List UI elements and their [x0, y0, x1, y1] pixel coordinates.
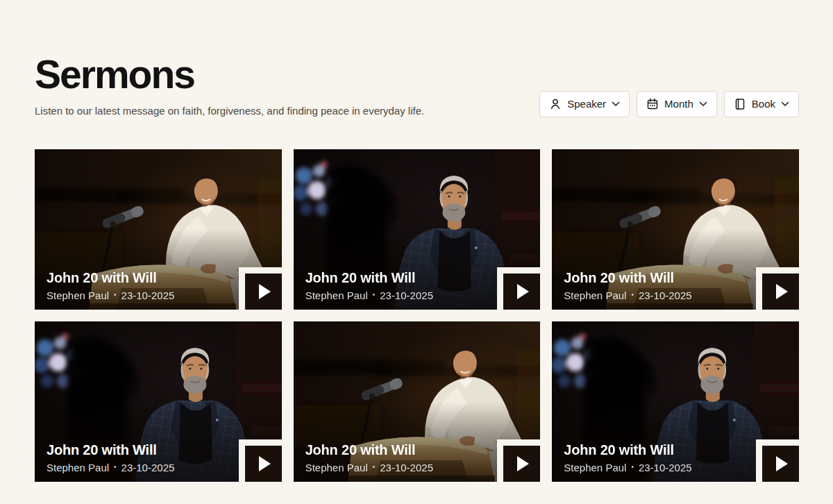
sermon-date: 23-10-2025 — [380, 289, 433, 301]
meta-separator: • — [373, 292, 376, 299]
calendar-icon — [646, 98, 659, 110]
sermon-title: John 20 with Will — [47, 442, 174, 458]
sermon-card[interactable]: John 20 with Will Stephen Paul • 23-10-2… — [552, 321, 799, 482]
sermon-title: John 20 with Will — [305, 270, 433, 286]
meta-separator: • — [631, 292, 634, 299]
sermon-speaker: Stephen Paul — [47, 462, 109, 473]
play-icon — [259, 284, 271, 299]
sermon-date: 23-10-2025 — [639, 462, 692, 473]
play-button[interactable] — [497, 267, 540, 310]
play-button[interactable] — [239, 267, 282, 310]
meta-separator: • — [631, 464, 634, 471]
sermon-card[interactable]: John 20 with Will Stephen Paul • 23-10-2… — [552, 149, 799, 310]
sermon-date: 23-10-2025 — [639, 289, 692, 301]
play-button[interactable] — [239, 439, 282, 482]
play-icon — [517, 284, 529, 299]
sermon-speaker: Stephen Paul — [305, 462, 368, 473]
sermon-grid: John 20 with Will Stephen Paul • 23-10-2… — [35, 149, 799, 482]
play-icon — [776, 284, 788, 299]
sermons-page: Sermons Listen to our latest message on … — [0, 0, 833, 504]
sermon-date: 23-10-2025 — [121, 289, 175, 301]
play-button[interactable] — [756, 439, 799, 482]
sermon-title: John 20 with Will — [47, 270, 174, 286]
sermon-card-text: John 20 with Will Stephen Paul • 23-10-2… — [305, 442, 433, 473]
play-button[interactable] — [756, 267, 799, 310]
sermon-date: 23-10-2025 — [121, 462, 175, 473]
play-button[interactable] — [497, 439, 540, 482]
sermon-date: 23-10-2025 — [380, 462, 433, 473]
sermon-card[interactable]: John 20 with Will Stephen Paul • 23-10-2… — [294, 149, 541, 310]
sermon-speaker: Stephen Paul — [564, 289, 626, 301]
filter-label: Speaker — [567, 98, 606, 110]
chevron-down-icon — [699, 101, 707, 107]
book-icon — [734, 98, 746, 110]
sermon-speaker: Stephen Paul — [305, 289, 368, 301]
chevron-down-icon — [781, 101, 789, 107]
sermon-speaker: Stephen Paul — [47, 289, 109, 301]
month-filter-button[interactable]: Month — [637, 91, 717, 117]
sermon-card[interactable]: John 20 with Will Stephen Paul • 23-10-2… — [35, 149, 282, 310]
filter-label: Book — [752, 98, 775, 110]
speaker-filter-button[interactable]: Speaker — [539, 91, 630, 117]
sermon-card-text: John 20 with Will Stephen Paul • 23-10-2… — [47, 270, 174, 301]
chevron-down-icon — [612, 101, 620, 107]
sermon-card[interactable]: John 20 with Will Stephen Paul • 23-10-2… — [294, 321, 541, 482]
sermon-card-text: John 20 with Will Stephen Paul • 23-10-2… — [564, 270, 691, 301]
sermon-card-text: John 20 with Will Stephen Paul • 23-10-2… — [564, 442, 691, 473]
user-icon — [549, 98, 562, 110]
play-icon — [776, 456, 788, 471]
meta-separator: • — [114, 464, 117, 471]
sermon-card-text: John 20 with Will Stephen Paul • 23-10-2… — [47, 442, 174, 473]
book-filter-button[interactable]: Book — [724, 91, 799, 117]
sermon-title: John 20 with Will — [305, 442, 433, 458]
meta-separator: • — [373, 464, 376, 471]
header-text-block: Sermons Listen to our latest message on … — [35, 53, 424, 117]
sermon-card-text: John 20 with Will Stephen Paul • 23-10-2… — [305, 270, 433, 301]
meta-separator: • — [114, 292, 117, 299]
page-subtitle: Listen to our latest message on faith, f… — [35, 105, 424, 117]
filter-bar: Speaker Month — [539, 91, 799, 117]
page-title: Sermons — [35, 53, 424, 96]
sermon-title: John 20 with Will — [564, 442, 691, 458]
sermon-title: John 20 with Will — [564, 270, 691, 286]
sermon-card[interactable]: John 20 with Will Stephen Paul • 23-10-2… — [35, 321, 282, 482]
sermon-speaker: Stephen Paul — [564, 462, 626, 473]
play-icon — [259, 456, 271, 471]
filter-label: Month — [664, 98, 693, 110]
play-icon — [517, 456, 529, 471]
page-header: Sermons Listen to our latest message on … — [35, 0, 799, 117]
